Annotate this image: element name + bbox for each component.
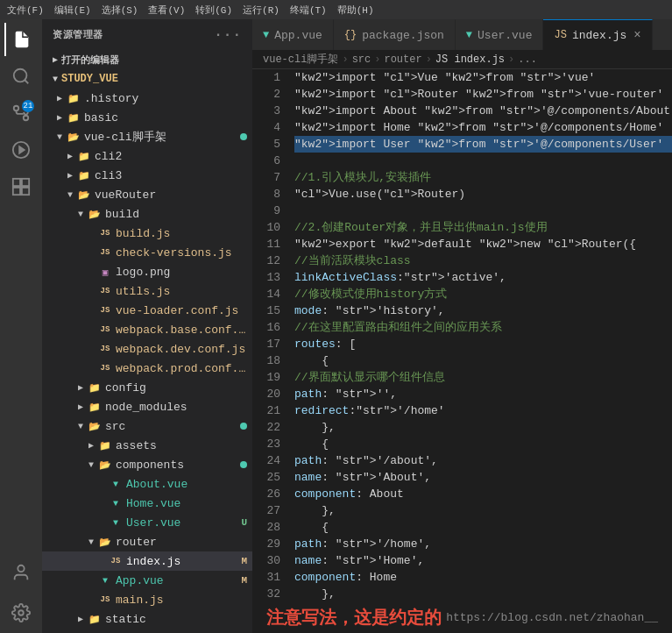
tree-item-index-js[interactable]: JSindex.jsM [42, 551, 252, 571]
settings-icon[interactable] [4, 596, 38, 629]
tree-item-About-vue[interactable]: ▼About.vue [42, 474, 252, 494]
breadcrumb-part-4: JS index.js [435, 53, 505, 66]
menu-terminal[interactable]: 终端(T) [290, 4, 327, 17]
source-control-icon[interactable]: 21 [4, 96, 38, 130]
tab-close-index-js[interactable]: × [633, 28, 640, 42]
code-editor[interactable]: 1234567891011121314151617181920212223242… [252, 69, 672, 601]
tabs-bar: ▼App.vue{}package.json▼User.vueJSindex.j… [252, 19, 672, 50]
open-editors-label: 打开的编辑器 [61, 53, 119, 67]
tree-item-node_modules[interactable]: ▶📁node_modules [42, 397, 252, 416]
sidebar-more-button[interactable]: ··· [214, 27, 242, 43]
tree-item-Home-vue[interactable]: ▼Home.vue [42, 494, 252, 513]
breadcrumb-sep-1: › [342, 53, 348, 66]
tree-item-App-vue[interactable]: ▼App.vueM [42, 571, 252, 590]
code-line-4: "kw2">import Home "kw2">from "str">'@/co… [294, 119, 672, 136]
tree-item-basic[interactable]: ▶📁basic [42, 108, 252, 127]
tab-app-vue[interactable]: ▼App.vue [252, 19, 334, 50]
tab-user-vue[interactable]: ▼User.vue [456, 19, 544, 50]
tree-item-vueRouter[interactable]: ▼📂vueRouter [42, 185, 252, 204]
code-line-7: //1.引入模块儿,安装插件 [294, 169, 672, 186]
tree-item-build[interactable]: ▼📂build [42, 204, 252, 224]
tree-item-vue-loader[interactable]: JSvue-loader.conf.js [42, 301, 252, 320]
menu-run[interactable]: 运行(R) [243, 4, 279, 17]
extensions-icon[interactable] [4, 170, 38, 203]
menu-edit[interactable]: 编辑(E) [54, 4, 91, 17]
file-icon-history: 📁 [67, 91, 81, 105]
tree-item-static[interactable]: ▶📁static [42, 609, 252, 629]
tree-item-babelrc[interactable]: ●.babelrc [42, 629, 252, 633]
code-line-9 [294, 203, 672, 219]
tree-item-cli3[interactable]: ▶📁cli3 [42, 166, 252, 185]
line-number-13: 13 [259, 269, 280, 286]
tree-label-main-js: main.js [116, 594, 252, 607]
tree-arrow-node_modules: ▶ [74, 402, 88, 412]
menu-bar[interactable]: 文件(F) 编辑(E) 选择(S) 查看(V) 转到(G) 运行(R) 终端(T… [7, 4, 374, 17]
tree-label-components: components [116, 459, 240, 472]
tree-item-main-js[interactable]: JSmain.js [42, 590, 252, 609]
tree-arrow-vueRouter: ▼ [63, 190, 77, 200]
tree-item-logo[interactable]: ▣logo.png [42, 262, 252, 281]
file-icon-assets: 📁 [98, 438, 112, 452]
modified-dot-vue-cli [240, 133, 247, 140]
code-line-13: linkActiveClass:"str">'active', [294, 269, 672, 286]
debug-icon[interactable] [4, 133, 38, 167]
menu-file[interactable]: 文件(F) [7, 4, 44, 17]
line-number-31: 31 [259, 569, 280, 586]
tab-index-js[interactable]: JSindex.js× [543, 19, 652, 50]
line-numbers: 1234567891011121314151617181920212223242… [252, 69, 287, 601]
code-content: "kw2">import "cl">Vue "kw2">from "str">'… [287, 69, 672, 601]
tree-item-config[interactable]: ▶📁config [42, 378, 252, 397]
line-number-15: 15 [259, 302, 280, 319]
tree-item-webpack-dev[interactable]: JSwebpack.dev.conf.js [42, 339, 252, 359]
tree-label-vueRouter: vueRouter [95, 188, 252, 202]
line-number-14: 14 [259, 286, 280, 302]
tree-item-components[interactable]: ▼📂components [42, 455, 252, 474]
tree-item-build-js[interactable]: JSbuild.js [42, 224, 252, 243]
tree-item-check-versions[interactable]: JScheck-versions.js [42, 243, 252, 262]
tree-arrow-build: ▼ [74, 210, 88, 219]
line-number-3: 3 [259, 103, 280, 119]
root-label: STUDY_VUE [61, 73, 118, 85]
menu-view[interactable]: 查看(V) [148, 4, 185, 17]
tree-label-User-vue: User.vue [126, 516, 241, 530]
tree-label-About-vue: About.vue [126, 478, 252, 491]
tree-label-cli3: cli3 [95, 169, 252, 182]
line-number-4: 4 [259, 119, 280, 136]
code-line-8: "cl">Vue.use("cl">Router) [294, 186, 672, 203]
tree-item-vue-cli[interactable]: ▼📂vue-cli脚手架 [42, 127, 252, 146]
line-number-1: 1 [259, 69, 280, 86]
open-editors-section[interactable]: ▶ 打开的编辑器 [42, 50, 252, 69]
tree-item-router[interactable]: ▼📂router [42, 532, 252, 551]
tab-icon-user-vue: ▼ [466, 29, 472, 41]
file-icon-Home-vue: ▼ [109, 496, 123, 510]
code-line-16: //在这里配置路由和组件之间的应用关系 [294, 319, 672, 336]
tree-label-webpack-dev: webpack.dev.conf.js [116, 343, 252, 356]
code-line-3: "kw2">import About "kw2">from "str">'@/c… [294, 103, 672, 119]
line-number-6: 6 [259, 153, 280, 169]
root-arrow: ▼ [53, 75, 58, 84]
root-folder[interactable]: ▼ STUDY_VUE [42, 69, 252, 89]
code-line-27: }, [294, 502, 672, 519]
tree-item-User-vue[interactable]: ▼User.vueU [42, 513, 252, 532]
explorer-icon[interactable] [4, 23, 38, 56]
tree-item-assets[interactable]: ▶📁assets [42, 436, 252, 455]
search-icon[interactable] [4, 60, 38, 93]
tab-package-json[interactable]: {}package.json [334, 19, 456, 50]
code-line-6 [294, 153, 672, 169]
tree-item-cli2[interactable]: ▶📁cli2 [42, 146, 252, 166]
tree-arrow-router: ▼ [84, 537, 98, 547]
tree-arrow-assets: ▶ [84, 440, 98, 451]
tree-item-webpack-base[interactable]: JSwebpack.base.conf.js [42, 320, 252, 339]
tree-item-webpack-prod[interactable]: JSwebpack.prod.conf.js [42, 359, 252, 378]
line-number-7: 7 [259, 169, 280, 186]
account-icon[interactable] [4, 556, 38, 589]
menu-goto[interactable]: 转到(G) [195, 4, 232, 17]
tree-item-utils-js[interactable]: JSutils.js [42, 281, 252, 301]
tree-item-history[interactable]: ▶📁.history [42, 89, 252, 108]
menu-select[interactable]: 选择(S) [102, 4, 138, 17]
menu-help[interactable]: 帮助(H) [337, 4, 374, 17]
tab-icon-package-json: {} [344, 29, 357, 41]
tree-label-Home-vue: Home.vue [126, 497, 252, 510]
tree-item-src[interactable]: ▼📂src [42, 416, 252, 436]
tree-arrow-basic: ▶ [53, 112, 67, 123]
